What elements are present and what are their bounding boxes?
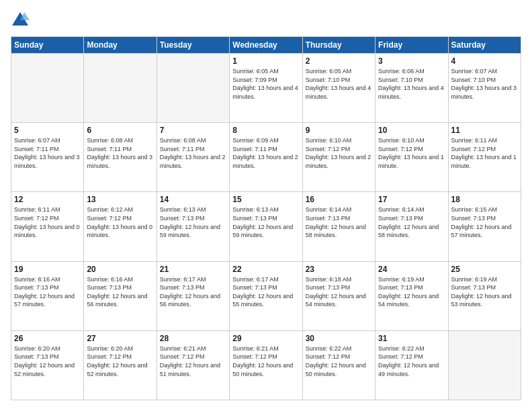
cell-info: Sunrise: 6:21 AM Sunset: 7:12 PM Dayligh… [160, 345, 226, 378]
day-number: 28 [160, 334, 226, 343]
cell-info: Sunrise: 6:15 AM Sunset: 7:13 PM Dayligh… [451, 205, 518, 239]
day-number: 3 [378, 56, 445, 66]
day-number: 10 [378, 126, 445, 135]
calendar-cell [84, 54, 157, 123]
day-number: 4 [451, 56, 518, 66]
weekday-header-monday: Monday [84, 37, 157, 54]
cell-info: Sunrise: 6:20 AM Sunset: 7:13 PM Dayligh… [14, 345, 81, 378]
cell-info: Sunrise: 6:08 AM Sunset: 7:11 PM Dayligh… [87, 136, 153, 170]
calendar-cell: 26Sunrise: 6:20 AM Sunset: 7:13 PM Dayli… [11, 330, 84, 400]
calendar-cell: 6Sunrise: 6:08 AM Sunset: 7:11 PM Daylig… [84, 123, 157, 192]
logo-icon [11, 11, 30, 30]
day-number: 22 [232, 265, 299, 274]
day-number: 1 [232, 56, 299, 66]
day-number: 11 [451, 126, 518, 135]
calendar-cell: 20Sunrise: 6:16 AM Sunset: 7:13 PM Dayli… [84, 261, 157, 330]
day-number: 14 [160, 195, 226, 204]
cell-info: Sunrise: 6:13 AM Sunset: 7:13 PM Dayligh… [232, 205, 299, 239]
day-number: 21 [160, 265, 226, 274]
calendar-cell: 3Sunrise: 6:06 AM Sunset: 7:10 PM Daylig… [375, 54, 448, 123]
calendar-cell: 29Sunrise: 6:21 AM Sunset: 7:12 PM Dayli… [230, 330, 302, 400]
day-number: 16 [306, 195, 372, 204]
cell-info: Sunrise: 6:08 AM Sunset: 7:11 PM Dayligh… [160, 136, 226, 170]
day-number: 8 [232, 126, 299, 135]
day-number: 24 [378, 265, 445, 274]
calendar-cell [11, 54, 84, 123]
calendar-cell: 13Sunrise: 6:12 AM Sunset: 7:12 PM Dayli… [84, 192, 157, 261]
calendar-cell: 21Sunrise: 6:17 AM Sunset: 7:13 PM Dayli… [157, 261, 229, 330]
cell-info: Sunrise: 6:17 AM Sunset: 7:13 PM Dayligh… [160, 275, 226, 309]
day-number: 9 [306, 126, 372, 135]
header [11, 11, 521, 30]
cell-info: Sunrise: 6:19 AM Sunset: 7:13 PM Dayligh… [378, 275, 445, 309]
cell-info: Sunrise: 6:16 AM Sunset: 7:13 PM Dayligh… [87, 275, 153, 309]
calendar-cell: 2Sunrise: 6:05 AM Sunset: 7:10 PM Daylig… [302, 54, 375, 123]
day-number: 13 [87, 195, 153, 204]
calendar-cell: 23Sunrise: 6:18 AM Sunset: 7:13 PM Dayli… [302, 261, 375, 330]
calendar-cell: 1Sunrise: 6:05 AM Sunset: 7:09 PM Daylig… [230, 54, 302, 123]
week-row-5: 26Sunrise: 6:20 AM Sunset: 7:13 PM Dayli… [11, 330, 521, 400]
weekday-header-tuesday: Tuesday [157, 37, 229, 54]
weekday-header-thursday: Thursday [302, 37, 375, 54]
cell-info: Sunrise: 6:09 AM Sunset: 7:11 PM Dayligh… [232, 136, 299, 170]
calendar-cell: 28Sunrise: 6:21 AM Sunset: 7:12 PM Dayli… [157, 330, 229, 400]
day-number: 27 [87, 334, 153, 343]
week-row-4: 19Sunrise: 6:16 AM Sunset: 7:13 PM Dayli… [11, 261, 521, 330]
cell-info: Sunrise: 6:07 AM Sunset: 7:11 PM Dayligh… [14, 136, 81, 170]
day-number: 15 [232, 195, 299, 204]
day-number: 18 [451, 195, 518, 204]
calendar-cell: 18Sunrise: 6:15 AM Sunset: 7:13 PM Dayli… [448, 192, 521, 261]
day-number: 25 [451, 265, 518, 274]
week-row-2: 5Sunrise: 6:07 AM Sunset: 7:11 PM Daylig… [11, 123, 521, 192]
day-number: 31 [378, 334, 445, 343]
day-number: 12 [14, 195, 81, 204]
cell-info: Sunrise: 6:05 AM Sunset: 7:09 PM Dayligh… [232, 67, 299, 101]
calendar-table: SundayMondayTuesdayWednesdayThursdayFrid… [11, 36, 521, 400]
day-number: 5 [14, 126, 81, 135]
day-number: 6 [87, 126, 153, 135]
cell-info: Sunrise: 6:21 AM Sunset: 7:12 PM Dayligh… [232, 345, 299, 378]
calendar-cell: 9Sunrise: 6:10 AM Sunset: 7:12 PM Daylig… [302, 123, 375, 192]
weekday-header-saturday: Saturday [448, 37, 521, 54]
day-number: 30 [306, 334, 372, 343]
calendar-cell: 14Sunrise: 6:13 AM Sunset: 7:13 PM Dayli… [157, 192, 229, 261]
calendar-cell: 8Sunrise: 6:09 AM Sunset: 7:11 PM Daylig… [230, 123, 302, 192]
cell-info: Sunrise: 6:18 AM Sunset: 7:13 PM Dayligh… [306, 275, 372, 309]
cell-info: Sunrise: 6:11 AM Sunset: 7:12 PM Dayligh… [451, 136, 518, 170]
calendar-cell: 22Sunrise: 6:17 AM Sunset: 7:13 PM Dayli… [230, 261, 302, 330]
calendar-cell [157, 54, 229, 123]
cell-info: Sunrise: 6:06 AM Sunset: 7:10 PM Dayligh… [378, 67, 445, 101]
page: SundayMondayTuesdayWednesdayThursdayFrid… [0, 0, 532, 411]
calendar-cell [448, 330, 521, 400]
calendar-cell: 31Sunrise: 6:22 AM Sunset: 7:12 PM Dayli… [375, 330, 448, 400]
calendar-cell: 4Sunrise: 6:07 AM Sunset: 7:10 PM Daylig… [448, 54, 521, 123]
calendar-cell: 16Sunrise: 6:14 AM Sunset: 7:13 PM Dayli… [302, 192, 375, 261]
cell-info: Sunrise: 6:13 AM Sunset: 7:13 PM Dayligh… [160, 205, 226, 239]
day-number: 26 [14, 334, 81, 343]
day-number: 29 [232, 334, 299, 343]
calendar-cell: 24Sunrise: 6:19 AM Sunset: 7:13 PM Dayli… [375, 261, 448, 330]
cell-info: Sunrise: 6:14 AM Sunset: 7:13 PM Dayligh… [306, 205, 372, 239]
day-number: 20 [87, 265, 153, 274]
day-number: 23 [306, 265, 372, 274]
cell-info: Sunrise: 6:10 AM Sunset: 7:12 PM Dayligh… [306, 136, 372, 170]
calendar-cell: 15Sunrise: 6:13 AM Sunset: 7:13 PM Dayli… [230, 192, 302, 261]
cell-info: Sunrise: 6:16 AM Sunset: 7:13 PM Dayligh… [14, 275, 81, 309]
logo [11, 11, 32, 30]
cell-info: Sunrise: 6:20 AM Sunset: 7:12 PM Dayligh… [87, 345, 153, 378]
calendar-cell: 5Sunrise: 6:07 AM Sunset: 7:11 PM Daylig… [11, 123, 84, 192]
day-number: 19 [14, 265, 81, 274]
cell-info: Sunrise: 6:14 AM Sunset: 7:13 PM Dayligh… [378, 205, 445, 239]
weekday-header-friday: Friday [375, 37, 448, 54]
cell-info: Sunrise: 6:07 AM Sunset: 7:10 PM Dayligh… [451, 67, 518, 101]
calendar-cell: 7Sunrise: 6:08 AM Sunset: 7:11 PM Daylig… [157, 123, 229, 192]
cell-info: Sunrise: 6:05 AM Sunset: 7:10 PM Dayligh… [306, 67, 372, 101]
calendar-cell: 11Sunrise: 6:11 AM Sunset: 7:12 PM Dayli… [448, 123, 521, 192]
cell-info: Sunrise: 6:11 AM Sunset: 7:12 PM Dayligh… [14, 205, 81, 239]
weekday-header-wednesday: Wednesday [230, 37, 302, 54]
cell-info: Sunrise: 6:17 AM Sunset: 7:13 PM Dayligh… [232, 275, 299, 309]
calendar-cell: 27Sunrise: 6:20 AM Sunset: 7:12 PM Dayli… [84, 330, 157, 400]
cell-info: Sunrise: 6:22 AM Sunset: 7:12 PM Dayligh… [378, 345, 445, 378]
cell-info: Sunrise: 6:10 AM Sunset: 7:12 PM Dayligh… [378, 136, 445, 170]
day-number: 7 [160, 126, 226, 135]
